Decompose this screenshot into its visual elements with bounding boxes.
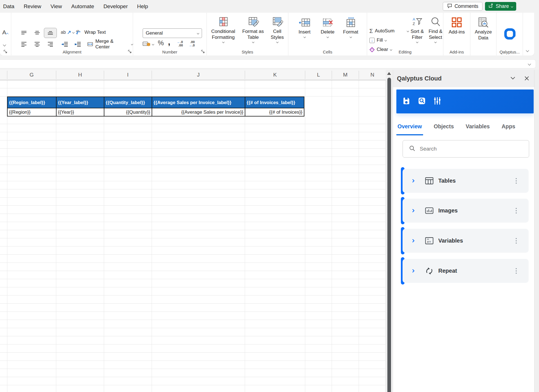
collapse-ribbon-chevron[interactable] [526,49,529,52]
comma-style-button[interactable]: , [168,39,170,45]
kebab-menu-icon[interactable] [516,268,517,274]
font-dialog-launcher-icon[interactable] [3,50,7,53]
column-header-m[interactable]: M [332,71,359,79]
conditional-formatting-button[interactable]: Conditional Formatting [208,13,239,55]
sort-filter-button[interactable]: A Z Sort & Filter [409,13,426,43]
column-header-j[interactable]: J [152,71,245,79]
header-cell-invoices[interactable]: {{# of Invoices_label}} [245,97,304,108]
decrease-decimal-button[interactable]: ←.0 .00 [177,40,183,47]
kebab-menu-icon[interactable] [516,238,517,244]
tab-objects[interactable]: Objects [433,120,455,135]
save-icon[interactable] [402,97,411,106]
accounting-format-button[interactable]: 123 [143,41,154,48]
column-header-l[interactable]: L [305,71,332,79]
tab-overview[interactable]: Overview [396,120,423,135]
column-letter: H [78,72,82,78]
card-images[interactable]: Images [403,199,529,223]
tab-review[interactable]: Review [24,3,41,10]
autosum-button[interactable]: Σ AutoSum [369,27,409,35]
number-format-dropdown[interactable]: General [143,28,202,38]
kebab-menu-icon[interactable] [516,208,517,214]
column-header-n[interactable]: N [359,71,386,79]
expand-chevron-icon[interactable] [411,179,415,183]
card-tables[interactable]: Tables [403,169,529,193]
grow-font-button[interactable]: A [2,29,8,36]
header-cell-quantity[interactable]: {{Quantity_label}} [104,97,152,108]
align-center-button[interactable] [34,41,41,48]
column-header-h[interactable]: H [56,71,104,79]
search-input[interactable] [419,145,515,152]
comments-button[interactable]: Comments [443,2,483,11]
decrease-indent-button[interactable] [61,41,69,48]
tab-apps[interactable]: Apps [500,120,516,135]
template-table[interactable]: {{Region_label}} {{Year_label}} {{Quanti… [7,97,304,117]
formula-bar-expand-chevron[interactable] [528,62,531,65]
increase-decimal-arrow: → [189,44,192,47]
preview-document-icon[interactable] [417,97,426,106]
alignment-dialog-launcher-icon[interactable] [128,50,132,53]
tab-data[interactable]: Data [3,3,14,10]
header-cell-region[interactable]: {{Region_label}} [7,97,56,108]
share-dropdown-chevron [511,5,513,7]
scroll-up-arrow-icon[interactable] [387,72,391,75]
vertical-scrollbar[interactable] [386,70,393,392]
tab-developer[interactable]: Developer [104,3,128,10]
panel-collapse-chevron[interactable] [510,76,516,81]
increase-indent-button[interactable] [74,41,82,48]
number-dialog-launcher-icon[interactable] [201,50,205,53]
tab-view[interactable]: View [50,3,62,10]
data-cell-year[interactable]: {{Year}} [56,108,104,116]
column-header-k[interactable]: K [245,71,305,79]
align-left-button[interactable] [21,41,27,48]
format-as-table-button[interactable]: Format as Table [240,13,266,55]
tab-automate[interactable]: Automate [71,3,94,10]
cell-styles-button[interactable]: Cell Styles [268,13,287,55]
expand-chevron-icon[interactable] [411,269,415,273]
share-icon [488,3,493,10]
sort-filter-chevron [416,41,418,43]
format-cells-button[interactable]: Format [341,14,361,55]
font-overflow-chevron[interactable] [3,43,6,46]
expand-chevron-icon[interactable] [411,209,415,212]
tab-help[interactable]: Help [137,3,148,10]
find-select-button[interactable]: Find & Select [427,13,444,43]
fill-button[interactable]: ↓ Fill [369,37,409,44]
scrollbar-thumb[interactable] [387,78,391,392]
spreadsheet-grid[interactable]: G H I J K L M N {{Region_label}} {{Year_… [0,70,386,392]
align-middle-button[interactable] [34,30,41,36]
data-cell-invoices[interactable]: {{# of Invoices}} [245,108,304,116]
card-repeat[interactable]: Repeat [403,259,529,283]
tab-variables[interactable]: Variables [464,120,491,135]
search-box[interactable] [403,140,529,158]
orientation-button[interactable]: ab [61,29,74,36]
merge-center-button[interactable]: Merge & Center [87,41,133,48]
data-cell-quantity[interactable]: {{Quantity}} [104,108,152,116]
column-header-i[interactable]: I [104,71,152,79]
data-cell-avg-sales[interactable]: {{Average Sales per Invoice}} [152,108,245,116]
panel-close-icon[interactable] [524,76,529,82]
card-repeat-wrap: Repeat [403,259,529,283]
kebab-menu-icon[interactable] [516,178,517,184]
formula-bar[interactable] [0,59,536,68]
align-right-button[interactable] [47,41,54,48]
increase-decimal-button[interactable]: .00 →.0 [189,40,195,47]
header-cell-year[interactable]: {{Year_label}} [56,97,104,108]
column-header-g[interactable]: G [7,71,56,79]
expand-chevron-icon[interactable] [411,239,415,243]
data-cell-region[interactable]: {{Region}} [7,108,56,116]
card-variables[interactable]: x= Variables [403,229,529,253]
share-button[interactable]: Share [485,2,516,11]
insert-cells-button[interactable]: Insert [295,14,315,55]
settings-sliders-icon[interactable] [433,97,442,106]
qalyptus-logo-icon[interactable] [503,27,517,42]
menu-bar: Data Review View Automate Developer Help… [0,0,539,13]
wrap-text-button[interactable]: ab Wrap Text [76,29,106,36]
addins-button[interactable]: Add-ins [444,14,470,55]
column-header-partial[interactable] [0,71,7,79]
align-top-button[interactable] [21,30,27,36]
align-bottom-button-selected[interactable] [44,28,57,38]
percent-style-button[interactable]: % [158,40,164,46]
header-cell-avg-sales[interactable]: {{Average Sales per Invoice_label}} [152,97,245,108]
analyze-data-button[interactable]: Analyze Data [471,14,495,55]
delete-cells-button[interactable]: Delete [318,14,338,55]
